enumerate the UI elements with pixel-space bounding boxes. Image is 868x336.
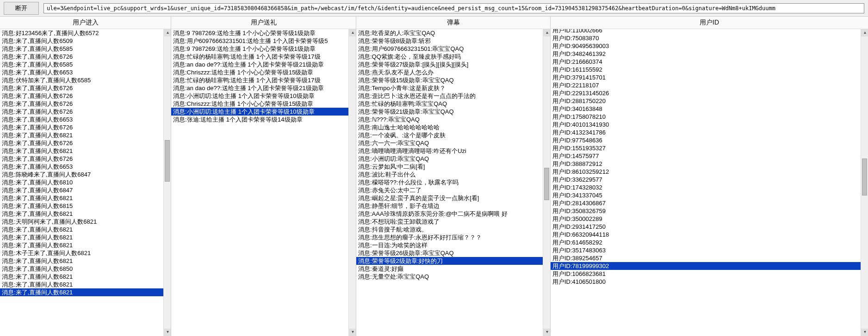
list-item[interactable]: 消息:来了,直播间人数6726 bbox=[0, 53, 163, 61]
list-item[interactable]: 消息:忙碌的杨哇塞鸭:送给主播 1个入团卡荣誉等级17级 bbox=[171, 53, 348, 61]
list-item[interactable]: 消息:来了,直播间人数6821 bbox=[0, 241, 163, 249]
list-item[interactable]: 消息:用户60976663231501:乖宝宝QAQ bbox=[356, 45, 543, 53]
list-item[interactable]: 消息:来了,直播间人数6847 bbox=[0, 186, 163, 194]
list-item[interactable]: 消息:用户60976663231501:送给主播 1个入团卡荣誉等级5 bbox=[171, 37, 348, 45]
list-item[interactable]: 消息:燕天:队友不是人怎么办 bbox=[356, 68, 543, 76]
list-item[interactable]: 消息:无量空处:乖宝宝QAQ bbox=[356, 273, 543, 281]
list-item[interactable]: 用户ID:22913145026 bbox=[551, 89, 861, 97]
list-item[interactable]: 消息:云梦如风:中二病[看] bbox=[356, 163, 543, 171]
scroll-up-icon[interactable]: ▴ bbox=[349, 29, 356, 37]
list-item[interactable]: 用户ID:78199999302 bbox=[551, 262, 861, 270]
list-item[interactable]: 消息:来了,直播间人数6726 bbox=[0, 100, 163, 108]
list-item[interactable]: 消息:an dao de??:送给主播 1个入团卡荣誉等级21级勋章 bbox=[171, 61, 348, 68]
list-item[interactable]: 消息:荣誉等级27级勋章:[摸头][摸头][摸头] bbox=[356, 61, 543, 68]
list-item[interactable]: 消息:来了,直播间人数6726 bbox=[0, 123, 163, 131]
list-item[interactable]: 消息:QQ紫旗:老公，至臻皮肤手感好吗 bbox=[356, 53, 543, 61]
list-item[interactable]: 消息:来了,直播间人数6821 bbox=[0, 147, 163, 155]
list-item[interactable]: 消息:来了,直播间人数6821 bbox=[0, 233, 163, 241]
list-item[interactable]: 用户ID:66320944118 bbox=[551, 231, 861, 238]
list-item[interactable]: 消息:忙碌的杨哇塞鸭:送给主播 1个入团卡荣誉等级17级 bbox=[171, 76, 348, 84]
list-item[interactable]: 消息:来了,直播间人数6726 bbox=[0, 155, 163, 163]
list-item[interactable]: 用户ID:4132341786 bbox=[551, 128, 861, 136]
list-item[interactable]: 消息:小洲叨叨:送给主播 1个入团卡荣誉等级10级勋章 bbox=[171, 92, 348, 100]
list-item[interactable]: 用户ID:614658292 bbox=[551, 238, 861, 246]
list-item[interactable]: 用户ID:110002666 bbox=[551, 29, 861, 34]
list-item[interactable]: 用户ID:977548636 bbox=[551, 136, 861, 144]
list-item[interactable]: 消息:波比:鞋子出什么 bbox=[356, 171, 543, 178]
list-item[interactable]: 消息:来了,直播间人数6821 bbox=[0, 210, 163, 218]
list-item[interactable]: 消息:好123456来了,直播间人数6572 bbox=[0, 29, 163, 37]
list-item[interactable]: 消息:来了,直播间人数6509 bbox=[0, 37, 163, 45]
list-item[interactable]: 用户ID:14575977 bbox=[551, 152, 861, 160]
scroll-up-icon[interactable]: ▴ bbox=[164, 29, 171, 37]
list-item[interactable]: 消息:来了,直播间人数6821 bbox=[0, 273, 163, 281]
list-item[interactable]: 消息:来了,直播间人数6821 bbox=[0, 131, 163, 139]
list-item[interactable]: 用户ID:3517483063 bbox=[551, 246, 861, 254]
scroll-thumb[interactable] bbox=[862, 159, 867, 195]
scrollbar-gift[interactable]: ▴ ▾ bbox=[348, 29, 356, 336]
list-item[interactable]: 用户ID:3508326759 bbox=[551, 207, 861, 215]
list-item[interactable]: 消息:Tempo小青年:这是新皮肤？ bbox=[356, 84, 543, 92]
list-item[interactable]: 消息:来了,直播间人数6726 bbox=[0, 92, 163, 100]
list-user-id[interactable]: 用户ID:110002666用户ID:75083870用户ID:90495639… bbox=[551, 29, 861, 336]
list-item[interactable]: 消息:来了,直播间人数6821 bbox=[0, 288, 163, 296]
list-item[interactable]: 消息:木子王来了,直播间人数6821 bbox=[0, 249, 163, 257]
list-item[interactable]: 消息:AAA珍珠情原奶茶东莞分茶:@中二病不是病啊喂 好 bbox=[356, 210, 543, 218]
list-item[interactable]: 消息:檬嗒嗒??:什么段位，耿露名字吗 bbox=[356, 178, 543, 186]
list-item[interactable]: 消息:静墨轩:细节，影子在墙边 bbox=[356, 202, 543, 210]
list-user-enter[interactable]: 消息:好123456来了,直播间人数6572消息:来了,直播间人数6509消息:… bbox=[0, 29, 163, 336]
list-item[interactable]: 消息:不想玩啦:蛮王卸载游戏了 bbox=[356, 218, 543, 226]
scrollbar-uid[interactable]: ▴ ▾ bbox=[861, 29, 868, 336]
list-item[interactable]: 消息:荣誉等级2级勋章:好快的刀 bbox=[356, 257, 543, 265]
scroll-down-icon[interactable]: ▾ bbox=[543, 329, 550, 336]
list-item[interactable]: 用户ID:2931417250 bbox=[551, 223, 861, 231]
list-item[interactable]: 用户ID:22118107 bbox=[551, 81, 861, 89]
list-item[interactable]: 消息:an dao de??:送给主播 1个入团卡荣誉等级21级勋章 bbox=[171, 84, 348, 92]
list-item[interactable]: 消息:来了,直播间人数6821 bbox=[0, 226, 163, 233]
scrollbar-danmu[interactable]: ▴ ▾ bbox=[543, 29, 550, 336]
list-item[interactable]: 用户ID:389254657 bbox=[551, 254, 861, 262]
list-item[interactable]: 消息:来了,直播间人数6821 bbox=[0, 281, 163, 288]
list-item[interactable]: 用户ID:216660374 bbox=[551, 58, 861, 66]
list-item[interactable]: 消息:张迪:送给主播 1个入团卡荣誉等级14级勋章 bbox=[171, 116, 348, 123]
scroll-thumb[interactable] bbox=[544, 168, 549, 200]
list-item[interactable]: 消息:吃香菜的人:乖宝宝QAQ bbox=[356, 29, 543, 37]
list-item[interactable]: 用户ID:4106501800 bbox=[551, 278, 861, 286]
list-item[interactable]: 消息:来了,直播间人数6726 bbox=[0, 108, 163, 116]
list-item[interactable]: 消息:来了,直播间人数6653 bbox=[0, 68, 163, 76]
list-item[interactable]: 消息:崛起之星:蛮子真的是蛮子没一点脑水[看] bbox=[356, 194, 543, 202]
list-item[interactable]: 用户ID:1551935327 bbox=[551, 144, 861, 152]
list-item[interactable]: 消息:来了,直播间人数6821 bbox=[0, 194, 163, 202]
list-item[interactable]: 消息:六一六一:乖宝宝QAQ bbox=[356, 139, 543, 147]
list-item[interactable]: 消息:来了,直播间人数6815 bbox=[0, 202, 163, 210]
list-item[interactable]: 用户ID:1758078210 bbox=[551, 113, 861, 121]
list-danmu[interactable]: 消息:吃香菜的人:乖宝宝QAQ消息:荣誉等级8级勋章:斩邪消息:用户609766… bbox=[356, 29, 543, 336]
list-item[interactable]: 消息:9 7987269:送给主播 1个小心心荣誉等级1级勋章 bbox=[171, 29, 348, 37]
list-item[interactable]: 用户ID:40101341930 bbox=[551, 121, 861, 128]
scroll-thumb[interactable] bbox=[165, 140, 170, 182]
list-item[interactable]: 消息:一个凌砜。:这个是哪个皮肤 bbox=[356, 131, 543, 139]
list-item[interactable]: 消息:来了,直播间人数6585 bbox=[0, 45, 163, 53]
list-item[interactable]: 用户ID:174328032 bbox=[551, 183, 861, 191]
scroll-down-icon[interactable]: ▾ bbox=[164, 329, 171, 336]
list-item[interactable]: 消息:嘀哩嘀哩滴哩滴哩嗒嗒:咋还有个Uzi bbox=[356, 147, 543, 155]
list-item[interactable]: 消息:来了,直播间人数6821 bbox=[0, 257, 163, 265]
list-item[interactable]: 消息:来了,直播间人数6653 bbox=[0, 116, 163, 123]
list-item[interactable]: 消息:荣誉等级15级勋章:乖宝宝QAQ bbox=[356, 76, 543, 84]
list-item[interactable]: 消息:天明阿柯来了,直播间人数6821 bbox=[0, 218, 163, 226]
list-item[interactable]: 消息:来了,直播间人数6653 bbox=[0, 163, 163, 171]
list-item[interactable]: 用户ID:2881750220 bbox=[551, 97, 861, 105]
list-item[interactable]: 用户ID:2814306867 bbox=[551, 199, 861, 207]
list-item[interactable]: 消息:来了,直播间人数6810 bbox=[0, 178, 163, 186]
list-item[interactable]: 消息:Chriszzz:送给主播 1个小心心荣誉等级15级勋章 bbox=[171, 100, 348, 108]
list-item[interactable]: 消息:歪比巴卜:这永恩还是有一点点的手法的 bbox=[356, 92, 543, 100]
list-item[interactable]: 消息:来了,直播间人数6726 bbox=[0, 139, 163, 147]
list-item[interactable]: 用户ID:86103259212 bbox=[551, 168, 861, 176]
scroll-up-icon[interactable]: ▴ bbox=[543, 29, 550, 37]
list-item[interactable]: 用户ID:341337045 bbox=[551, 191, 861, 199]
list-item[interactable]: 消息:小洲叨叨:送给主播 1个入团卡荣誉等级10级勋章 bbox=[171, 108, 348, 116]
list-item[interactable]: 用户ID:75083870 bbox=[551, 34, 861, 42]
list-item[interactable]: 消息:秦道灵:好癫 bbox=[356, 265, 543, 273]
list-item[interactable]: 消息:小洲叨叨:乖宝宝QAQ bbox=[356, 155, 543, 163]
url-input[interactable] bbox=[43, 3, 864, 13]
